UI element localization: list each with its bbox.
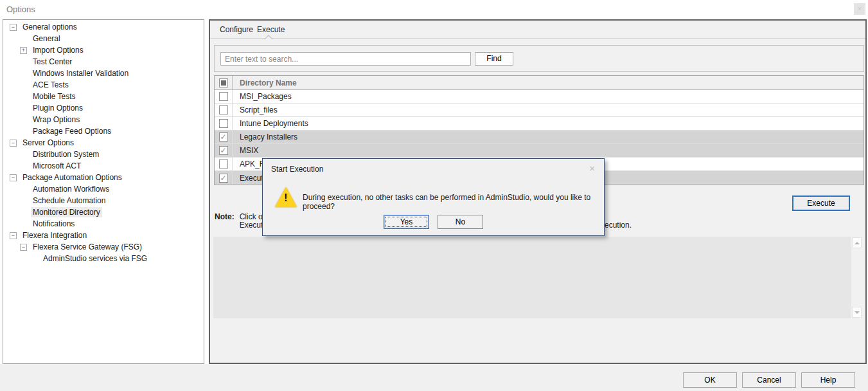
note-block: Note: Click on Execute	[215, 213, 267, 230]
tree-item[interactable]: Package Feed Options	[3, 125, 204, 137]
directory-name-cell: Legacy Installers	[233, 132, 297, 141]
yes-button[interactable]: Yes	[384, 215, 429, 229]
warning-triangle-icon: !	[275, 187, 297, 207]
table-row[interactable]: Legacy Installers	[215, 131, 864, 144]
tree-item-label: Import Options	[31, 45, 85, 55]
arrow-down-icon	[855, 311, 860, 314]
tree-item[interactable]: Wrap Options	[3, 114, 204, 125]
tree-item[interactable]: Notifications	[3, 218, 204, 230]
vertical-scrollbar[interactable]	[851, 237, 862, 318]
expander-spacer	[20, 59, 27, 66]
minus-expander-icon[interactable]: −	[10, 140, 17, 147]
expander-spacer	[20, 186, 27, 193]
grid-header-row: Directory Name	[215, 76, 864, 90]
tree-item[interactable]: Test Center	[3, 56, 204, 68]
scroll-up-button[interactable]	[852, 237, 862, 248]
expander-spacer	[20, 209, 27, 216]
note-label: Note:	[215, 213, 235, 230]
tree-item-label: Automation Workflows	[31, 184, 111, 194]
minus-expander-icon[interactable]: −	[10, 232, 17, 239]
table-row[interactable]: MSIX	[215, 144, 864, 158]
warning-exclamation: !	[284, 193, 288, 203]
tree-item-label: Package Automation Options	[21, 172, 124, 183]
tree-item[interactable]: −Flexera Service Gateway (FSG)	[3, 241, 204, 253]
minus-expander-icon[interactable]: −	[20, 244, 27, 251]
row-checkbox-cell[interactable]	[215, 104, 233, 116]
checkbox-unchecked[interactable]	[219, 159, 228, 168]
checkbox-checked[interactable]	[219, 146, 228, 155]
tab-execute[interactable]: Execute	[257, 25, 285, 34]
checkbox-unchecked[interactable]	[219, 105, 228, 114]
no-button[interactable]: No	[438, 215, 483, 229]
start-execution-dialog: Start Execution × ! During execution, no…	[262, 158, 605, 236]
tree-item[interactable]: +Import Options	[3, 44, 204, 56]
checkbox-checked[interactable]	[219, 174, 228, 183]
scroll-down-button[interactable]	[852, 307, 862, 318]
tree-item[interactable]: −Flexera Integration	[3, 230, 204, 241]
tab-configure[interactable]: Configure	[220, 25, 253, 34]
ok-button[interactable]: OK	[683, 372, 737, 388]
expander-spacer	[20, 221, 27, 228]
checkbox-unchecked[interactable]	[219, 119, 228, 128]
window-close-icon[interactable]: ×	[854, 3, 865, 15]
table-row[interactable]: MSI_Packages	[215, 90, 864, 104]
tree-item[interactable]: AdminStudio services via FSG	[3, 253, 204, 264]
tree-item-label: General options	[21, 22, 79, 32]
tree-item-label: Wrap Options	[31, 114, 82, 125]
cancel-button[interactable]: Cancel	[742, 372, 796, 388]
tree-item-label: General	[31, 33, 62, 44]
tree-item-label: Schedule Automation	[31, 196, 107, 206]
note-line2-right: xecution.	[601, 221, 632, 230]
row-checkbox-cell[interactable]	[215, 171, 233, 185]
row-checkbox-cell[interactable]	[215, 131, 233, 143]
row-checkbox-cell[interactable]	[215, 144, 233, 157]
select-all-checkbox-indeterminate[interactable]	[219, 78, 228, 87]
select-all-cell[interactable]	[215, 76, 233, 89]
tree-item[interactable]: Mobile Tests	[3, 91, 204, 102]
expander-spacer	[20, 197, 27, 205]
tree-item-label: Mobile Tests	[31, 91, 77, 102]
tree-item[interactable]: −General options	[3, 21, 204, 33]
execute-button[interactable]: Execute	[792, 196, 850, 211]
directory-name-cell: MSIX	[233, 146, 258, 155]
checkbox-checked[interactable]	[219, 132, 228, 141]
plus-expander-icon[interactable]: +	[20, 47, 27, 54]
expander-spacer	[20, 105, 27, 112]
tree-item-label: ACE Tests	[31, 80, 71, 90]
tree-item[interactable]: −Package Automation Options	[3, 172, 204, 183]
tree-item-label: Windows Installer Validation	[31, 68, 130, 78]
tree-item[interactable]: Automation Workflows	[3, 183, 204, 195]
minus-expander-icon[interactable]: −	[10, 174, 17, 181]
directory-name-cell: Script_files	[233, 105, 278, 114]
table-row[interactable]: Intune Deployments	[215, 117, 864, 131]
tree-item-label: Microsoft ACT	[31, 161, 83, 171]
tree-item[interactable]: Schedule Automation	[3, 195, 204, 206]
table-row[interactable]: Script_files	[215, 104, 864, 117]
tree-item[interactable]: Plugin Options	[3, 102, 204, 114]
search-input[interactable]	[220, 52, 471, 66]
tree-item[interactable]: ACE Tests	[3, 79, 204, 91]
row-checkbox-cell[interactable]	[215, 117, 233, 130]
help-button[interactable]: Help	[801, 372, 855, 388]
tree-item[interactable]: −Server Options	[3, 137, 204, 149]
arrow-up-icon	[855, 242, 860, 244]
row-checkbox-cell[interactable]	[215, 90, 233, 103]
tree-item[interactable]: Windows Installer Validation	[3, 68, 204, 79]
tree-item[interactable]: Distribution System	[3, 149, 204, 160]
column-header-directory-name[interactable]: Directory Name	[233, 78, 297, 87]
tree-item[interactable]: Monitored Directory	[3, 206, 204, 218]
find-button[interactable]: Find	[475, 52, 513, 66]
expander-spacer	[20, 151, 27, 158]
checkbox-unchecked[interactable]	[219, 92, 228, 101]
output-log-area	[213, 237, 862, 318]
tree-item-label: Package Feed Options	[31, 126, 113, 136]
expander-spacer	[20, 128, 27, 135]
tree-item[interactable]: Microsoft ACT	[3, 160, 204, 172]
row-checkbox-cell[interactable]	[215, 158, 233, 170]
minus-expander-icon[interactable]: −	[10, 24, 17, 31]
tree-item[interactable]: General	[3, 33, 204, 44]
tree-item-label: Notifications	[31, 219, 76, 229]
dialog-close-icon[interactable]: ×	[589, 163, 595, 174]
tree-item-label: Plugin Options	[31, 103, 85, 113]
window-title: Options	[6, 5, 35, 14]
